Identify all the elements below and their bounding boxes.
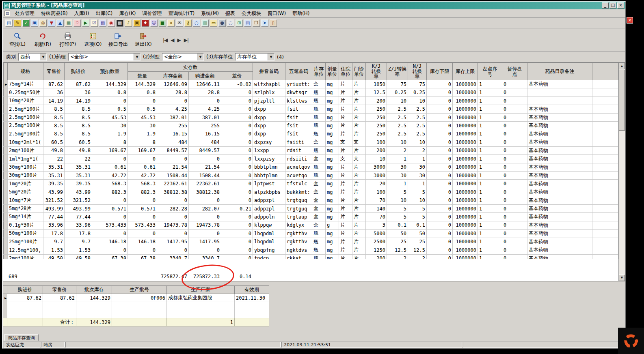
menu-item-stock-out[interactable]: 出库(C): [93, 9, 116, 18]
alarm-icon[interactable]: ♪: [125, 19, 132, 27]
cell[interactable]: 盒: [312, 221, 326, 229]
cell[interactable]: 0: [502, 138, 527, 146]
table-row[interactable]: 2.5mg*100片8.58.51.91.916.1516.150dxppfsi…: [4, 130, 618, 138]
cell[interactable]: 1000000: [453, 163, 478, 171]
col-header-dose-unit[interactable]: 剂量 单位: [326, 63, 339, 80]
cell[interactable]: 12646.11: [189, 80, 221, 88]
cell[interactable]: 片: [352, 130, 366, 138]
table-row[interactable]: 1ml*1mg*1(222200000lxxpzsyrdsiiti盒mg支支10…: [4, 155, 618, 163]
calendar-icon[interactable]: ▣: [133, 19, 140, 27]
cell[interactable]: 1000000: [453, 230, 478, 238]
cell[interactable]: 1: [478, 230, 502, 238]
cell[interactable]: 0: [92, 213, 128, 221]
cell[interactable]: 0: [502, 171, 527, 179]
cell[interactable]: 0: [427, 155, 453, 163]
cell[interactable]: 基本药物: [527, 171, 592, 179]
cell[interactable]: 17.8: [65, 230, 92, 238]
cell[interactable]: 0.5: [92, 105, 128, 113]
cell[interactable]: 250: [366, 113, 387, 121]
cell[interactable]: 75: [387, 80, 408, 88]
cell[interactable]: 1000000: [453, 105, 478, 113]
cell[interactable]: mg: [326, 171, 339, 179]
cell[interactable]: 瓶: [312, 171, 326, 179]
cell[interactable]: 75: [408, 80, 427, 88]
col-header-kj-rate[interactable]: K/J 转换 率: [366, 63, 387, 80]
cell[interactable]: 1000000: [453, 188, 478, 196]
col-header-catalog-remark[interactable]: 药品目录备注: [527, 63, 592, 80]
cell[interactable]: 5mg*20片: [8, 188, 43, 196]
col-header-spec[interactable]: 规格: [8, 63, 43, 80]
cell[interactable]: 0: [427, 80, 453, 88]
menu-item-reports[interactable]: 报表: [223, 9, 238, 18]
col-header-manufacturer[interactable]: 生产厂家: [167, 286, 235, 294]
cell[interactable]: 28.8: [157, 88, 189, 97]
cell[interactable]: 22: [65, 155, 92, 163]
record-prev-icon[interactable]: ◀: [171, 37, 174, 43]
cell[interactable]: 36: [65, 88, 92, 97]
cell[interactable]: 1000000: [453, 146, 478, 154]
cell[interactable]: 282.28: [157, 204, 189, 212]
cell[interactable]: 144.329: [92, 80, 128, 88]
chart-icon[interactable]: ▥: [201, 19, 209, 27]
cell[interactable]: 2021.11.30: [235, 294, 269, 302]
cell[interactable]: 片: [352, 171, 366, 179]
cell[interactable]: 1: [478, 146, 502, 154]
cell[interactable]: acxetqo: [285, 171, 312, 179]
cell[interactable]: 3000: [366, 171, 387, 179]
cell[interactable]: 盒: [312, 213, 326, 221]
cell[interactable]: 1: [478, 196, 502, 204]
cell[interactable]: 5000: [366, 230, 387, 238]
cell[interactable]: 60.5: [65, 138, 92, 146]
col-header-purchase-price[interactable]: 购进价: [65, 63, 92, 80]
scroll-up-icon[interactable]: ▲: [619, 63, 625, 69]
cell[interactable]: 8.5: [65, 122, 92, 130]
chevron-down-icon[interactable]: ▼: [134, 54, 140, 60]
table-row[interactable]: 30mg*100片35.3135.310.610.6121.5421.540bb…: [4, 163, 618, 171]
cell[interactable]: lxxpzsy: [253, 155, 285, 163]
cell[interactable]: 0: [92, 155, 128, 163]
cell[interactable]: 8: [128, 138, 157, 146]
cell[interactable]: 9.7: [65, 238, 92, 246]
cell[interactable]: 140: [366, 204, 387, 212]
cell[interactable]: 45.53: [92, 113, 128, 121]
cell[interactable]: 瓶: [312, 163, 326, 171]
col-header-expiry[interactable]: 有效期: [235, 286, 269, 294]
cell[interactable]: rgktthv: [285, 230, 312, 238]
cell[interactable]: 瓶: [312, 230, 326, 238]
cell[interactable]: 2.5: [387, 105, 408, 113]
cell[interactable]: 0: [502, 180, 527, 188]
cell[interactable]: 10: [408, 97, 427, 105]
key-icon[interactable]: ⚷: [184, 19, 192, 27]
cell[interactable]: rdsiiti: [285, 155, 312, 163]
cell[interactable]: yriuxtt:: [285, 80, 312, 88]
cell[interactable]: 60.5: [43, 138, 65, 146]
cell[interactable]: 8449.57: [157, 146, 189, 154]
cell[interactable]: 片: [339, 130, 352, 138]
cell[interactable]: 1000000: [453, 238, 478, 246]
cell[interactable]: [76, 302, 112, 310]
cell[interactable]: 49.8: [65, 146, 92, 154]
cell[interactable]: 0: [221, 146, 253, 154]
cell[interactable]: mg: [326, 204, 339, 212]
cell[interactable]: 片: [352, 204, 366, 212]
cell[interactable]: 146.18: [92, 238, 128, 246]
cell[interactable]: 87.62: [7, 294, 43, 302]
exit-app-icon[interactable]: ▯: [270, 19, 277, 27]
cell[interactable]: 0: [427, 146, 453, 154]
cell[interactable]: 12.5mg*100,: [8, 246, 43, 254]
cell[interactable]: mg: [326, 80, 339, 88]
cell[interactable]: 基本药物: [527, 146, 592, 154]
cell[interactable]: 0: [189, 246, 221, 254]
cell[interactable]: 0: [189, 155, 221, 163]
cell[interactable]: 8.5: [43, 105, 65, 113]
cell[interactable]: 0: [157, 246, 189, 254]
cell[interactable]: 片: [339, 80, 352, 88]
cell[interactable]: 1: [478, 171, 502, 179]
chevron-down-icon[interactable]: ▼: [197, 54, 203, 60]
cell[interactable]: 20: [366, 180, 387, 188]
cell[interactable]: acxetqov: [285, 163, 312, 171]
col-header-actual-stock-group[interactable]: 实存数: [128, 63, 253, 72]
col-header-stock-amount[interactable]: 库存金额: [157, 72, 189, 80]
cell[interactable]: 1: [478, 204, 502, 212]
cell[interactable]: 片: [339, 171, 352, 179]
